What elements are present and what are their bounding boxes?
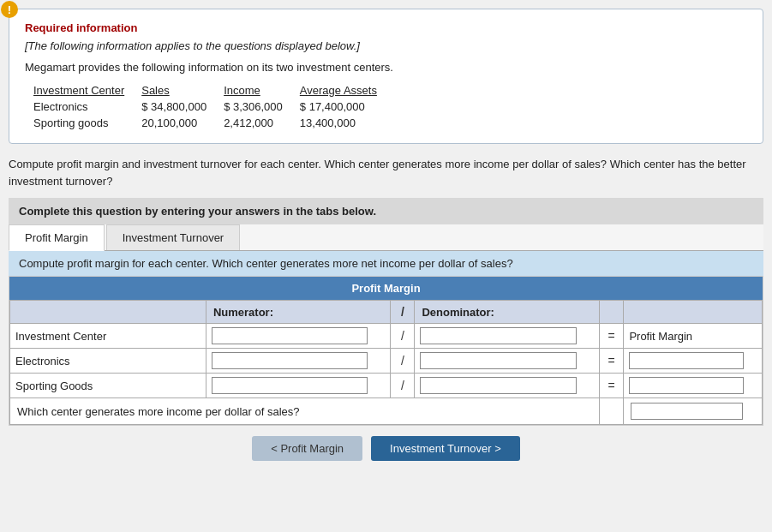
equals-3: = <box>599 374 624 398</box>
slash-header: / <box>401 305 404 319</box>
col-denominator: Denominator: <box>415 301 599 324</box>
which-center-label: Which center generates more income per d… <box>10 398 600 425</box>
required-desc: Megamart provides the following informat… <box>25 61 747 74</box>
page-wrapper: ! Required information [The following in… <box>9 9 763 468</box>
denominator-input-cell-2[interactable] <box>415 349 599 374</box>
required-subtitle: [The following information applies to th… <box>25 39 747 52</box>
denominator-input-1[interactable] <box>420 327 576 344</box>
info-icon: ! <box>1 1 18 18</box>
table-row: Electronics / = <box>10 349 763 374</box>
which-center-row: Which center generates more income per d… <box>10 398 763 425</box>
result-input-2[interactable] <box>629 352 744 369</box>
nav-buttons: < Profit Margin Investment Turnover > <box>9 436 763 468</box>
slash-3: / <box>391 374 415 398</box>
equals-1: = <box>599 324 624 349</box>
blue-instruction-bar: Compute profit margin for each center. W… <box>9 251 763 276</box>
slash-2: / <box>391 349 415 374</box>
result-cell-2[interactable] <box>624 349 763 374</box>
pm-header: Profit Margin <box>9 277 763 300</box>
numerator-input-3[interactable] <box>212 377 368 394</box>
col-label <box>10 301 206 324</box>
result-cell-1: Profit Margin <box>624 324 763 349</box>
required-title: Required information <box>25 21 747 34</box>
pm-table: Numerator: / Denominator: Investment Cen… <box>9 300 763 425</box>
which-equals <box>599 398 624 425</box>
numerator-input-cell-1[interactable] <box>206 324 390 349</box>
denominator-input-cell-3[interactable] <box>415 374 599 398</box>
question-text: Compute profit margin and investment tur… <box>9 156 763 189</box>
required-info-box: ! Required information [The following in… <box>9 9 763 144</box>
slash-1: / <box>391 324 415 349</box>
denominator-input-2[interactable] <box>420 352 576 369</box>
col-slash: / <box>391 301 415 324</box>
numerator-input-cell-2[interactable] <box>206 349 390 374</box>
table-row: Sporting Goods / = <box>10 374 763 398</box>
col-result <box>624 301 763 324</box>
info-table: Investment CenterSalesIncomeAverage Asse… <box>33 82 394 131</box>
col-numerator: Numerator: <box>206 301 390 324</box>
denominator-input-3[interactable] <box>420 377 576 394</box>
result-input-3[interactable] <box>629 377 744 394</box>
tabs-row: Profit Margin Investment Turnover <box>9 224 763 251</box>
instruction-bar: Complete this question by entering your … <box>9 198 763 224</box>
tab-profit-margin[interactable]: Profit Margin <box>9 224 105 251</box>
denominator-input-cell-1[interactable] <box>415 324 599 349</box>
profit-margin-section: Profit Margin Numerator: / Denominator: <box>9 276 763 426</box>
which-center-input[interactable] <box>631 403 742 420</box>
numerator-header: Numerator: <box>213 306 273 319</box>
row-label-1: Investment Center <box>10 324 206 349</box>
which-center-input-cell[interactable] <box>624 398 763 425</box>
next-button[interactable]: Investment Turnover > <box>371 436 520 461</box>
table-row: Investment Center / = Profit Margin <box>10 324 763 349</box>
denominator-header: Denominator: <box>422 306 494 319</box>
tab-investment-turnover[interactable]: Investment Turnover <box>106 224 241 250</box>
row-label-3: Sporting Goods <box>10 374 206 398</box>
numerator-input-cell-3[interactable] <box>206 374 390 398</box>
col-equals <box>599 301 624 324</box>
equals-2: = <box>599 349 624 374</box>
numerator-input-2[interactable] <box>212 352 368 369</box>
prev-button[interactable]: < Profit Margin <box>252 436 362 461</box>
row-label-2: Electronics <box>10 349 206 374</box>
result-cell-3[interactable] <box>624 374 763 398</box>
numerator-input-1[interactable] <box>212 327 368 344</box>
